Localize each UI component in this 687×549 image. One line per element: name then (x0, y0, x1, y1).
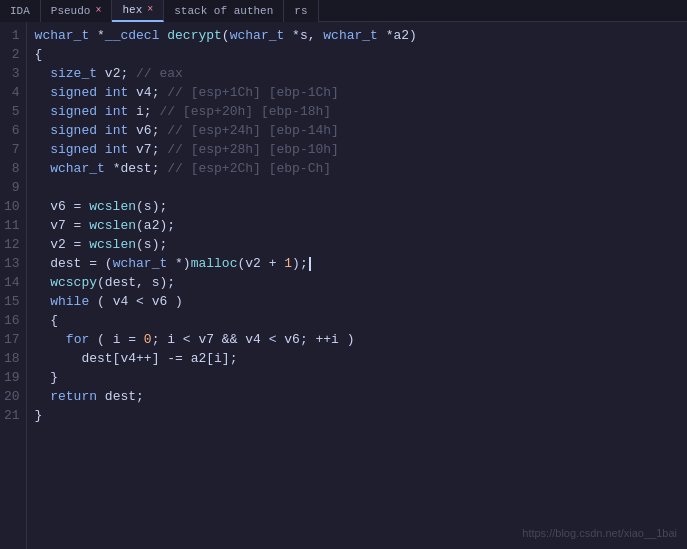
text-cursor (309, 257, 311, 271)
code-line: { (35, 311, 679, 330)
line-number: 11 (4, 216, 20, 235)
line-number: 12 (4, 235, 20, 254)
close-icon-hex[interactable]: × (147, 4, 153, 15)
code-line: while ( v4 < v6 ) (35, 292, 679, 311)
code-line: dest[v4++] -= a2[i]; (35, 349, 679, 368)
code-line: v7 = wcslen(a2); (35, 216, 679, 235)
line-number: 9 (4, 178, 20, 197)
line-number: 6 (4, 121, 20, 140)
line-number: 16 (4, 311, 20, 330)
code-area: 123456789101112131415161718192021 wchar_… (0, 22, 687, 549)
code-line: wchar_t *dest; // [esp+2Ch] [ebp-Ch] (35, 159, 679, 178)
line-number: 4 (4, 83, 20, 102)
line-number: 21 (4, 406, 20, 425)
code-line: signed int i; // [esp+20h] [ebp-18h] (35, 102, 679, 121)
code-line: } (35, 368, 679, 387)
code-line: wchar_t *__cdecl decrypt(wchar_t *s, wch… (35, 26, 679, 45)
code-line: } (35, 406, 679, 425)
line-number: 3 (4, 64, 20, 83)
tab-stack[interactable]: stack of authen (164, 0, 284, 22)
code-line: signed int v6; // [esp+24h] [ebp-14h] (35, 121, 679, 140)
line-number: 1 (4, 26, 20, 45)
line-number: 10 (4, 197, 20, 216)
line-number: 17 (4, 330, 20, 349)
line-number: 18 (4, 349, 20, 368)
code-line: signed int v7; // [esp+28h] [ebp-10h] (35, 140, 679, 159)
line-number: 19 (4, 368, 20, 387)
code-line: for ( i = 0; i < v7 && v4 < v6; ++i ) (35, 330, 679, 349)
tab-hex[interactable]: hex × (112, 0, 164, 22)
code-line (35, 178, 679, 197)
tab-ida[interactable]: IDA (0, 0, 41, 22)
tab-pseudo[interactable]: Pseudo × (41, 0, 113, 22)
code-line: size_t v2; // eax (35, 64, 679, 83)
code-line: v6 = wcslen(s); (35, 197, 679, 216)
code-line: v2 = wcslen(s); (35, 235, 679, 254)
close-icon[interactable]: × (95, 5, 101, 16)
tab-bar: IDA Pseudo × hex × stack of authen rs (0, 0, 687, 22)
line-number: 8 (4, 159, 20, 178)
code-line: signed int v4; // [esp+1Ch] [ebp-1Ch] (35, 83, 679, 102)
line-number: 14 (4, 273, 20, 292)
line-number: 2 (4, 45, 20, 64)
line-number: 13 (4, 254, 20, 273)
line-number: 5 (4, 102, 20, 121)
code-line: { (35, 45, 679, 64)
line-number: 20 (4, 387, 20, 406)
tab-rs[interactable]: rs (284, 0, 318, 22)
line-number: 7 (4, 140, 20, 159)
code-line: return dest; (35, 387, 679, 406)
watermark: https://blog.csdn.net/xiao__1bai (522, 524, 677, 543)
code-line: wcscpy(dest, s); (35, 273, 679, 292)
code-line: dest = (wchar_t *)malloc(v2 + 1); (35, 254, 679, 273)
line-numbers: 123456789101112131415161718192021 (0, 22, 27, 549)
line-number: 15 (4, 292, 20, 311)
code-content: wchar_t *__cdecl decrypt(wchar_t *s, wch… (27, 22, 687, 549)
